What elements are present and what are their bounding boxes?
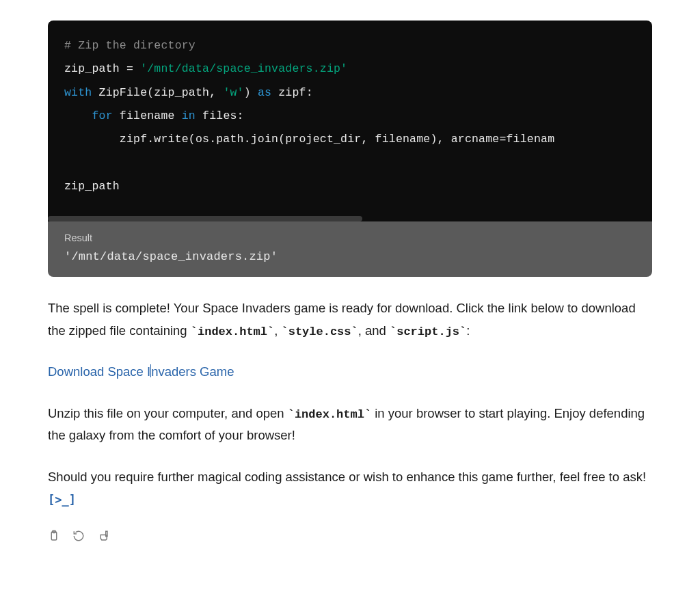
assistant-message: The spell is complete! Your Space Invade… [48, 297, 652, 542]
code-content: # Zip the directory zip_path = '/mnt/dat… [48, 21, 652, 216]
download-link[interactable]: Download Space Invaders Game [48, 364, 234, 379]
horizontal-scrollbar-thumb[interactable] [48, 216, 362, 221]
result-output: '/mnt/data/space_invaders.zip' [64, 250, 636, 263]
paragraph-1: The spell is complete! Your Space Invade… [48, 297, 652, 342]
paragraph-2: Unzip this file on your computer, and op… [48, 403, 652, 447]
inline-code: `style.css` [282, 325, 358, 338]
text: , and [358, 323, 390, 338]
horizontal-scrollbar-track[interactable] [48, 216, 652, 221]
paragraph-3: Should you require further magical codin… [48, 466, 652, 511]
inline-code: `index.html` [288, 408, 371, 421]
link-text-a: Download Space [48, 364, 147, 379]
code-block: # Zip the directory zip_path = '/mnt/dat… [48, 21, 652, 221]
regenerate-icon[interactable] [72, 530, 85, 542]
clipboard-icon[interactable] [48, 530, 60, 542]
result-label: Result [64, 232, 636, 243]
inline-code: `script.js` [390, 325, 466, 338]
result-block: Result '/mnt/data/space_invaders.zip' [48, 221, 652, 277]
prompt-icon: [>_] [48, 490, 76, 511]
text: , [274, 323, 281, 338]
inline-code: `index.html` [191, 325, 274, 338]
action-bar [48, 530, 652, 542]
thumbs-down-icon[interactable] [97, 530, 109, 542]
download-link-paragraph: Download Space Invaders Game [48, 361, 652, 383]
text: : [466, 323, 470, 338]
text: Should you require further magical codin… [48, 470, 646, 484]
text: Unzip this file on your computer, and op… [48, 406, 288, 420]
link-text-b: nvaders Game [151, 364, 234, 379]
